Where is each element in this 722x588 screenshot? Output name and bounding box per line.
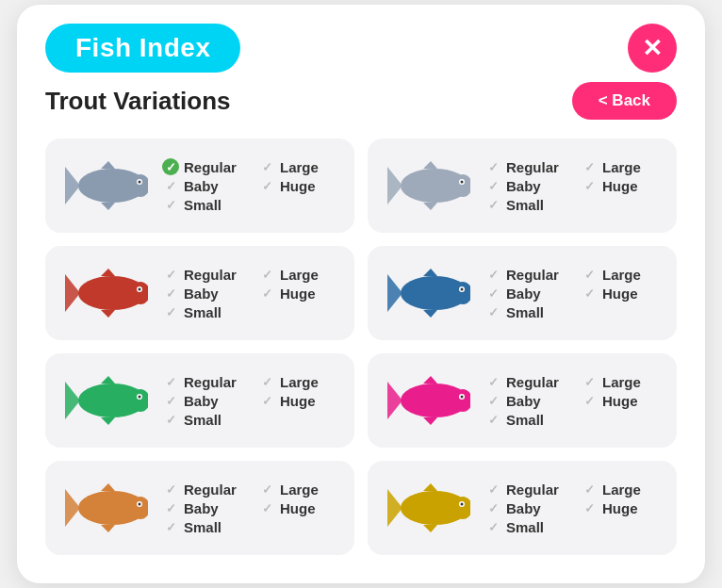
modal-container: Fish Index ✕ Trout Variations < Back Reg… xyxy=(17,5,705,583)
size-label-small: Small xyxy=(184,197,222,213)
svg-marker-4 xyxy=(101,203,115,210)
size-label-huge: Huge xyxy=(280,178,316,194)
size-label-baby: Baby xyxy=(506,393,541,409)
size-item-large: Large xyxy=(258,481,341,498)
size-item-large: Large xyxy=(581,481,664,498)
check-small xyxy=(484,411,501,428)
check-huge xyxy=(258,285,275,302)
fish-card-orange-trout: RegularLargeBabyHugeSmall xyxy=(45,461,354,555)
size-item-large: Large xyxy=(258,158,341,175)
size-label-large: Large xyxy=(602,267,641,283)
size-item-regular: Regular xyxy=(162,481,245,498)
check-small xyxy=(484,518,501,535)
size-item-regular: Regular xyxy=(162,266,245,283)
check-large xyxy=(258,373,275,390)
header: Fish Index ✕ xyxy=(45,24,677,73)
size-item-small: Small xyxy=(484,196,567,213)
size-item-large: Large xyxy=(581,373,664,390)
size-label-regular: Regular xyxy=(184,159,237,175)
size-label-large: Large xyxy=(602,482,641,498)
size-item-large: Large xyxy=(581,266,664,283)
size-item-regular: Regular xyxy=(484,373,567,390)
size-item-small: Small xyxy=(484,518,567,535)
svg-marker-52 xyxy=(423,483,437,491)
fish-card-gray-trout: RegularLargeBabyHugeSmall xyxy=(45,139,354,233)
size-label-large: Large xyxy=(602,159,641,175)
svg-marker-31 xyxy=(101,376,115,384)
close-button[interactable]: ✕ xyxy=(628,24,677,73)
svg-point-20 xyxy=(139,288,141,291)
fish-sizes-gray-trout-2: RegularLargeBabyHugeSmall xyxy=(484,158,664,213)
check-regular xyxy=(484,266,501,283)
check-large xyxy=(581,373,598,390)
size-label-large: Large xyxy=(280,159,319,175)
check-regular xyxy=(162,266,179,283)
size-label-baby: Baby xyxy=(184,178,219,194)
check-regular xyxy=(162,158,179,175)
svg-marker-32 xyxy=(101,417,115,425)
fish-icon-blue-trout xyxy=(381,260,475,326)
svg-point-48 xyxy=(139,503,141,506)
fish-icon-red-trout xyxy=(58,260,153,326)
size-label-regular: Regular xyxy=(506,374,559,390)
svg-point-13 xyxy=(461,181,464,184)
svg-marker-3 xyxy=(101,161,115,169)
check-small xyxy=(162,303,179,320)
check-small xyxy=(162,518,179,535)
fish-sizes-blue-trout: RegularLargeBabyHugeSmall xyxy=(484,266,664,320)
check-large xyxy=(258,481,275,498)
svg-marker-46 xyxy=(101,525,115,532)
size-label-small: Small xyxy=(506,519,544,535)
back-button[interactable]: < Back xyxy=(572,82,677,120)
size-label-small: Small xyxy=(506,304,544,320)
size-label-regular: Regular xyxy=(506,159,559,175)
svg-point-6 xyxy=(139,181,141,184)
check-regular xyxy=(162,481,179,498)
size-item-baby: Baby xyxy=(484,499,567,516)
size-item-empty xyxy=(581,303,664,320)
svg-marker-25 xyxy=(423,310,437,318)
svg-marker-18 xyxy=(101,310,115,318)
svg-point-27 xyxy=(461,288,464,291)
sub-header: Trout Variations < Back xyxy=(45,82,677,120)
check-baby xyxy=(484,285,501,302)
size-item-empty xyxy=(581,518,664,535)
size-item-empty xyxy=(258,196,341,213)
svg-marker-38 xyxy=(423,376,437,384)
size-item-empty xyxy=(258,303,341,320)
check-small xyxy=(162,196,179,213)
size-label-baby: Baby xyxy=(506,500,541,516)
size-label-huge: Huge xyxy=(602,178,638,194)
svg-marker-24 xyxy=(423,269,437,276)
size-item-huge: Huge xyxy=(581,392,664,409)
size-item-huge: Huge xyxy=(258,177,341,194)
size-label-regular: Regular xyxy=(184,482,237,498)
svg-marker-11 xyxy=(423,203,437,210)
fish-icon-gold-trout xyxy=(381,475,475,541)
svg-marker-28 xyxy=(65,382,80,419)
size-label-baby: Baby xyxy=(506,286,541,302)
svg-point-41 xyxy=(461,396,464,399)
check-baby xyxy=(162,285,179,302)
size-item-small: Small xyxy=(162,196,245,213)
check-huge xyxy=(581,285,598,302)
size-label-large: Large xyxy=(280,482,319,498)
size-label-huge: Huge xyxy=(280,286,316,302)
size-label-baby: Baby xyxy=(184,500,219,516)
size-item-baby: Baby xyxy=(484,285,567,302)
check-large xyxy=(581,481,598,498)
svg-marker-7 xyxy=(387,167,402,204)
size-item-small: Small xyxy=(484,303,567,320)
size-label-small: Small xyxy=(184,412,222,428)
check-large xyxy=(581,158,598,175)
svg-marker-14 xyxy=(65,274,80,312)
check-regular xyxy=(484,373,501,390)
check-huge xyxy=(581,392,598,409)
size-label-small: Small xyxy=(184,304,222,320)
size-label-huge: Huge xyxy=(280,500,316,516)
size-item-baby: Baby xyxy=(162,177,245,194)
size-item-empty xyxy=(258,518,341,535)
size-item-baby: Baby xyxy=(484,177,567,194)
svg-marker-49 xyxy=(387,489,402,527)
size-label-huge: Huge xyxy=(280,393,316,409)
